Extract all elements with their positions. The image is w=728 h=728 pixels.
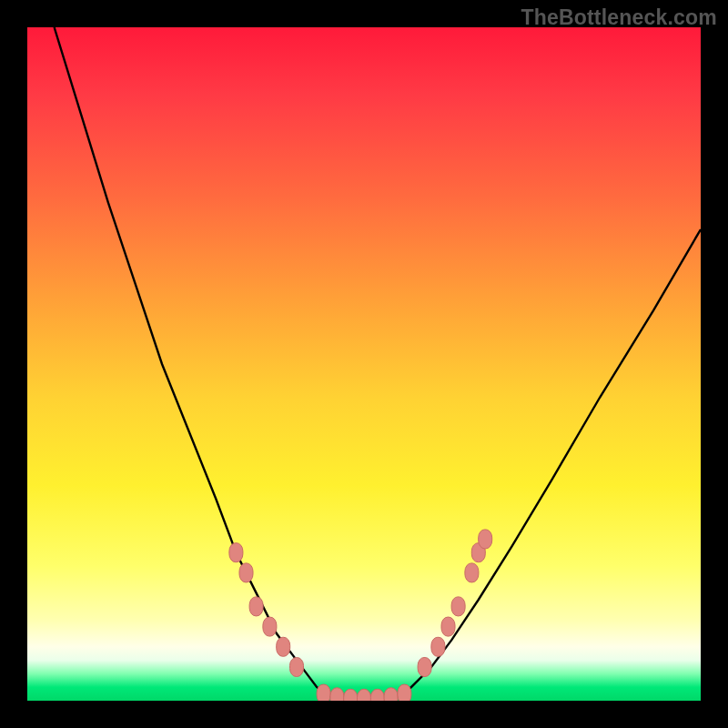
curve-marker bbox=[431, 637, 445, 656]
curve-marker bbox=[451, 597, 465, 616]
chart-frame: TheBottleneck.com bbox=[0, 0, 728, 728]
curve-marker bbox=[384, 688, 398, 701]
curve-marker bbox=[263, 617, 277, 636]
marker-group bbox=[229, 530, 492, 701]
curve-marker bbox=[229, 543, 243, 562]
curve-marker bbox=[239, 563, 253, 582]
bottleneck-curve bbox=[27, 27, 701, 701]
curve-marker bbox=[277, 637, 290, 656]
curve-marker bbox=[370, 689, 384, 701]
curve-marker bbox=[479, 530, 492, 549]
curve-marker bbox=[290, 658, 304, 677]
curve-marker bbox=[344, 689, 358, 701]
curve-marker bbox=[317, 684, 330, 701]
curve-marker bbox=[441, 617, 455, 636]
curve-left-path bbox=[55, 27, 338, 701]
curve-right-path bbox=[391, 229, 701, 701]
curve-marker bbox=[358, 689, 371, 701]
curve-marker bbox=[465, 563, 479, 582]
curve-marker bbox=[249, 597, 263, 616]
curve-marker bbox=[418, 658, 431, 677]
curve-marker bbox=[398, 684, 411, 701]
watermark-text: TheBottleneck.com bbox=[521, 5, 717, 30]
plot-area bbox=[27, 27, 701, 701]
curve-marker bbox=[330, 688, 344, 701]
